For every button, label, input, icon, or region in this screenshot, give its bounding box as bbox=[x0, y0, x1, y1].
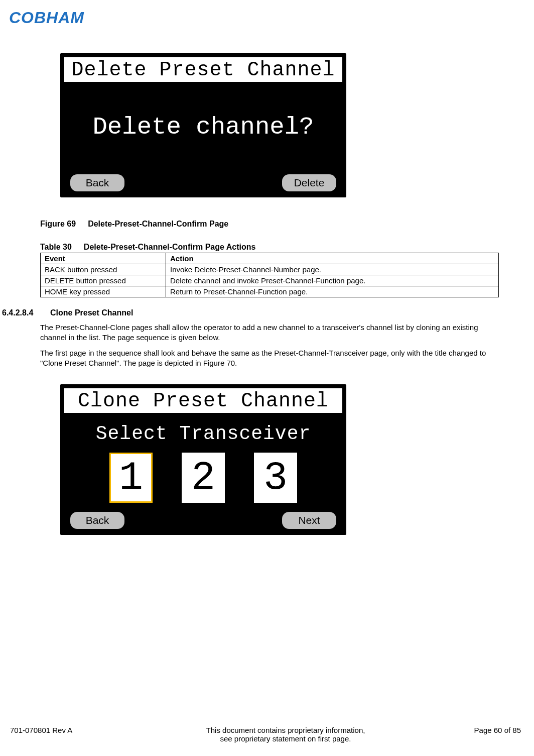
page-number: Page 60 of 85 bbox=[441, 726, 521, 734]
cell-event: HOME key pressed bbox=[41, 286, 166, 297]
transceiver-options: 1 2 3 bbox=[109, 453, 297, 503]
cell-event: BACK button pressed bbox=[41, 264, 166, 275]
col-action: Action bbox=[166, 253, 499, 264]
table-row: HOME key pressed Return to Preset-Channe… bbox=[41, 286, 499, 297]
back-button[interactable]: Back bbox=[70, 512, 124, 529]
cell-action: Invoke Delete-Preset-Channel-Number page… bbox=[166, 264, 499, 275]
select-transceiver-label: Select Transceiver bbox=[96, 423, 311, 445]
col-event: Event bbox=[41, 253, 166, 264]
transceiver-option-1[interactable]: 1 bbox=[109, 453, 153, 503]
proprietary-notice: This document contains proprietary infor… bbox=[130, 726, 441, 743]
screen-title: Clone Preset Channel bbox=[64, 388, 342, 413]
screen-title: Delete Preset Channel bbox=[64, 57, 342, 82]
paragraph: The Preset-Channel-Clone pages shall all… bbox=[40, 322, 499, 343]
next-button[interactable]: Next bbox=[282, 512, 336, 529]
transceiver-option-3[interactable]: 3 bbox=[254, 453, 297, 503]
transceiver-option-2[interactable]: 2 bbox=[182, 453, 225, 503]
cell-action: Delete channel and invoke Preset-Channel… bbox=[166, 275, 499, 286]
table-title: Delete-Preset-Channel-Confirm Page Actio… bbox=[84, 243, 256, 251]
brand-logo: COBHAM bbox=[9, 8, 534, 28]
screen-prompt: Delete channel? bbox=[64, 82, 342, 171]
delete-confirm-screen: Delete Preset Channel Delete channel? Ba… bbox=[60, 53, 346, 197]
clone-transceiver-screen: Clone Preset Channel Select Transceiver … bbox=[60, 384, 346, 535]
figure-caption: Figure 69Delete-Preset-Channel-Confirm P… bbox=[40, 220, 499, 229]
table-caption: Table 30Delete-Preset-Channel-Confirm Pa… bbox=[40, 243, 499, 252]
cell-event: DELETE button pressed bbox=[41, 275, 166, 286]
table-header-row: Event Action bbox=[41, 253, 499, 264]
section-title: Clone Preset Channel bbox=[50, 308, 133, 317]
page-footer: 701-070801 Rev A This document contains … bbox=[0, 726, 534, 743]
actions-table: Event Action BACK button pressed Invoke … bbox=[40, 253, 499, 297]
table-row: DELETE button pressed Delete channel and… bbox=[41, 275, 499, 286]
back-button[interactable]: Back bbox=[70, 174, 124, 191]
cell-action: Return to Preset-Channel-Function page. bbox=[166, 286, 499, 297]
table-row: BACK button pressed Invoke Delete-Preset… bbox=[41, 264, 499, 275]
table-number: Table 30 bbox=[40, 243, 72, 251]
figure-title: Delete-Preset-Channel-Confirm Page bbox=[88, 220, 228, 228]
svg-text:COBHAM: COBHAM bbox=[9, 9, 84, 27]
figure-number: Figure 69 bbox=[40, 220, 76, 228]
doc-revision: 701-070801 Rev A bbox=[10, 726, 130, 734]
paragraph: The first page in the sequence shall loo… bbox=[40, 348, 499, 369]
section-number: 6.4.2.8.4 bbox=[0, 308, 50, 317]
delete-button[interactable]: Delete bbox=[282, 174, 336, 191]
